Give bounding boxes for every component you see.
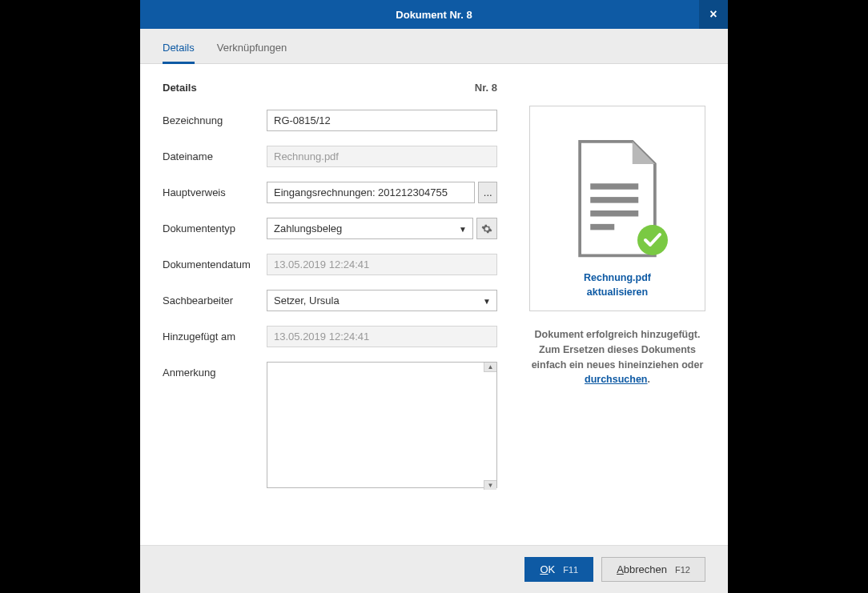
input-bezeichnung[interactable] <box>267 110 497 131</box>
tab-links[interactable]: Verknüpfungen <box>217 37 287 63</box>
dialog-footer: OK F11 Abbrechen F12 <box>140 545 728 593</box>
svg-rect-3 <box>590 224 614 230</box>
input-dateiname <box>267 146 497 167</box>
label-anmerkung: Anmerkung <box>163 362 267 379</box>
label-bezeichnung: Bezeichnung <box>163 110 267 126</box>
gear-icon <box>481 223 492 234</box>
browse-hauptverweis-button[interactable]: ... <box>478 182 497 203</box>
input-hinzugefuegt <box>267 326 497 347</box>
label-dokumententyp: Dokumententyp <box>163 218 267 234</box>
document-preview: Rechnung.pdf aktualisieren <box>529 106 705 311</box>
document-icon <box>569 138 665 261</box>
label-hauptverweis: Hauptverweis <box>163 182 267 198</box>
svg-rect-2 <box>590 210 638 217</box>
tab-bar: Details Verknüpfungen <box>140 29 728 64</box>
textarea-anmerkung[interactable] <box>267 362 497 488</box>
label-sachbearbeiter: Sachbearbeiter <box>163 290 267 307</box>
spin-down-button[interactable]: ▼ <box>484 480 496 490</box>
svg-rect-0 <box>590 183 638 190</box>
document-dialog: Dokument Nr. 8 × Details Verknüpfungen D… <box>140 0 728 593</box>
content-area: Details Nr. 8 Bezeichnung Dateiname Haup… <box>140 64 728 545</box>
dialog-title: Dokument Nr. 8 <box>396 9 472 21</box>
upload-hint: Dokument erfolgreich hinzugefügt. Zum Er… <box>529 327 705 387</box>
check-icon <box>637 224 669 256</box>
titlebar: Dokument Nr. 8 × <box>140 0 728 29</box>
settings-dokumententyp-button[interactable] <box>476 218 497 239</box>
close-button[interactable]: × <box>699 0 728 29</box>
browse-link[interactable]: durchsuchen <box>585 374 648 385</box>
tab-details[interactable]: Details <box>163 37 195 64</box>
section-header: Details Nr. 8 <box>163 82 497 94</box>
preview-update-link[interactable]: aktualisieren <box>538 286 697 298</box>
section-title: Details <box>163 82 197 94</box>
form-panel: Details Nr. 8 Bezeichnung Dateiname Haup… <box>163 82 497 527</box>
cancel-button[interactable]: Abbrechen F12 <box>601 557 705 582</box>
preview-filename-link[interactable]: Rechnung.pdf <box>538 272 697 283</box>
spin-up-button[interactable]: ▲ <box>484 363 496 372</box>
select-dokumententyp[interactable] <box>267 218 473 239</box>
input-hauptverweis[interactable] <box>267 182 475 203</box>
label-dokumentendatum: Dokumentendatum <box>163 254 267 270</box>
select-sachbearbeiter[interactable] <box>267 290 497 311</box>
preview-panel: Rechnung.pdf aktualisieren Dokument erfo… <box>529 82 705 527</box>
ok-button[interactable]: OK F11 <box>524 557 593 582</box>
label-dateiname: Dateiname <box>163 146 267 162</box>
document-number: Nr. 8 <box>475 82 497 94</box>
input-dokumentendatum <box>267 254 497 275</box>
label-hinzugefuegt: Hinzugefügt am <box>163 326 267 343</box>
svg-rect-1 <box>590 197 638 203</box>
close-icon: × <box>709 7 717 22</box>
